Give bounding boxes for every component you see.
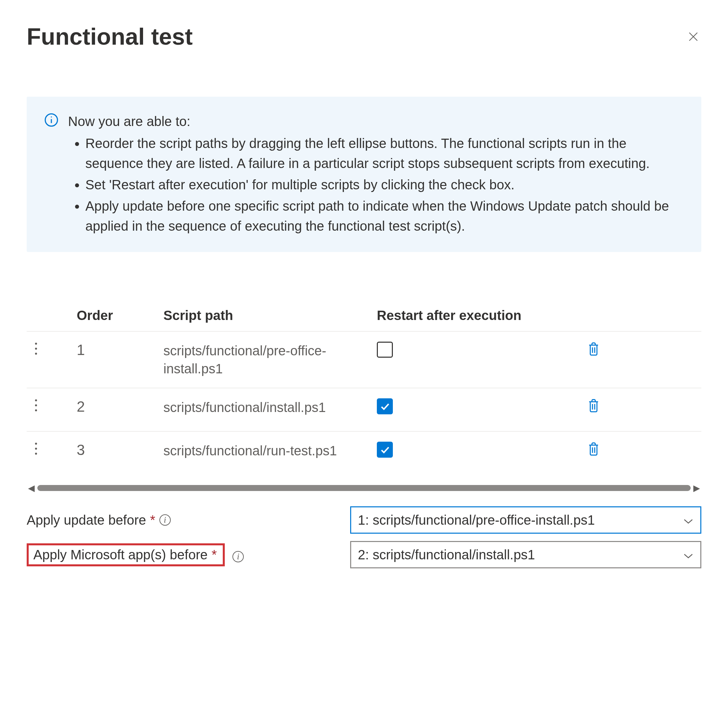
apply-ms-app-label: Apply Microsoft app(s) before bbox=[33, 547, 207, 562]
page-title: Functional test bbox=[27, 23, 193, 50]
close-button[interactable] bbox=[685, 29, 701, 45]
svg-point-10 bbox=[35, 399, 37, 401]
order-value: 3 bbox=[77, 442, 163, 458]
svg-point-17 bbox=[35, 453, 37, 454]
table-row: 3 scripts/functional/run-test.ps1 bbox=[27, 432, 701, 475]
drag-handle-icon bbox=[35, 442, 38, 456]
info-tooltip-icon[interactable]: i bbox=[233, 551, 244, 562]
script-table: Order Script path Restart after executio… bbox=[27, 302, 701, 475]
svg-point-12 bbox=[35, 409, 37, 411]
order-value: 1 bbox=[77, 342, 163, 358]
drag-handle[interactable] bbox=[27, 442, 77, 456]
info-bullet: Reorder the script paths by dragging the… bbox=[85, 133, 684, 173]
delete-button[interactable] bbox=[587, 398, 600, 416]
apply-update-dropdown[interactable]: 1: scripts/functional/pre-office-install… bbox=[350, 506, 701, 534]
svg-point-7 bbox=[35, 353, 37, 355]
trash-icon bbox=[587, 442, 600, 456]
horizontal-scrollbar[interactable]: ◀ ▶ bbox=[27, 483, 701, 493]
apply-update-label: Apply update before bbox=[27, 513, 146, 528]
info-tooltip-icon[interactable]: i bbox=[159, 514, 171, 526]
close-icon bbox=[687, 31, 699, 43]
svg-point-16 bbox=[35, 448, 37, 450]
scrollbar-track bbox=[38, 485, 690, 491]
table-row: 2 scripts/functional/install.ps1 bbox=[27, 388, 701, 432]
chevron-down-icon bbox=[683, 513, 694, 528]
restart-checkbox[interactable] bbox=[377, 398, 393, 414]
drag-handle[interactable] bbox=[27, 398, 77, 412]
info-icon bbox=[44, 113, 59, 127]
trash-icon bbox=[587, 398, 600, 413]
column-header-restart: Restart after execution bbox=[377, 308, 573, 323]
order-value: 2 bbox=[77, 398, 163, 415]
svg-point-5 bbox=[35, 343, 37, 345]
highlighted-label-box: Apply Microsoft app(s) before * bbox=[27, 543, 225, 566]
trash-icon bbox=[587, 342, 600, 356]
svg-point-11 bbox=[35, 404, 37, 406]
script-path: scripts/functional/run-test.ps1 bbox=[163, 442, 350, 460]
scroll-right-arrow-icon: ▶ bbox=[692, 483, 701, 493]
delete-button[interactable] bbox=[587, 342, 600, 359]
script-path: scripts/functional/install.ps1 bbox=[163, 398, 350, 416]
drag-handle-icon bbox=[35, 398, 38, 412]
info-box: Now you are able to: Reorder the script … bbox=[27, 97, 701, 252]
scroll-left-arrow-icon: ◀ bbox=[27, 483, 36, 493]
column-header-path: Script path bbox=[163, 308, 377, 323]
check-icon bbox=[379, 401, 390, 412]
info-bullet: Apply update before one specific script … bbox=[85, 196, 684, 236]
info-intro: Now you are able to: bbox=[68, 114, 191, 129]
restart-checkbox[interactable] bbox=[377, 442, 393, 458]
delete-button[interactable] bbox=[587, 442, 600, 459]
drag-handle-icon bbox=[35, 342, 38, 356]
svg-point-4 bbox=[51, 116, 52, 117]
required-asterisk: * bbox=[150, 513, 155, 528]
svg-point-6 bbox=[35, 348, 37, 350]
required-asterisk: * bbox=[211, 547, 217, 562]
dropdown-value: 1: scripts/functional/pre-office-install… bbox=[358, 513, 595, 528]
info-bullet: Set 'Restart after execution' for multip… bbox=[85, 175, 684, 195]
dropdown-value: 2: scripts/functional/install.ps1 bbox=[358, 547, 535, 562]
table-row: 1 scripts/functional/pre-office-install.… bbox=[27, 332, 701, 388]
restart-checkbox[interactable] bbox=[377, 342, 393, 358]
svg-point-15 bbox=[35, 443, 37, 445]
script-path: scripts/functional/pre-office-install.ps… bbox=[163, 342, 350, 378]
chevron-down-icon bbox=[683, 547, 694, 562]
drag-handle[interactable] bbox=[27, 342, 77, 356]
apply-ms-app-dropdown[interactable]: 2: scripts/functional/install.ps1 bbox=[350, 541, 701, 568]
column-header-order: Order bbox=[77, 308, 163, 323]
check-icon bbox=[379, 444, 390, 455]
